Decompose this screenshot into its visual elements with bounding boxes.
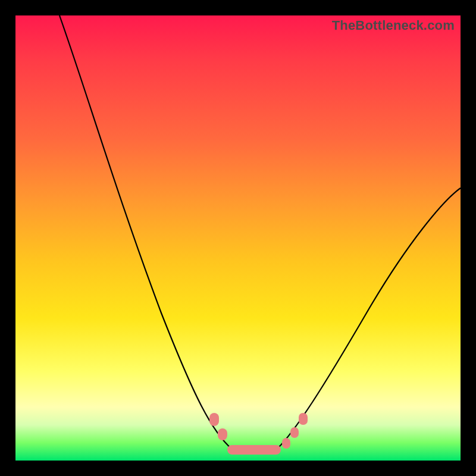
svg-rect-5 [299, 413, 308, 425]
left-curve [60, 15, 233, 450]
svg-rect-4 [290, 427, 299, 438]
chart-svg [15, 15, 461, 461]
svg-rect-1 [218, 428, 227, 440]
svg-rect-2 [227, 445, 281, 455]
svg-rect-0 [209, 413, 219, 426]
plot-area: TheBottleneck.com [15, 15, 461, 461]
chart-frame: TheBottleneck.com [0, 0, 476, 476]
highlight-dots [209, 413, 308, 455]
right-curve [276, 188, 461, 450]
svg-rect-3 [282, 438, 290, 449]
